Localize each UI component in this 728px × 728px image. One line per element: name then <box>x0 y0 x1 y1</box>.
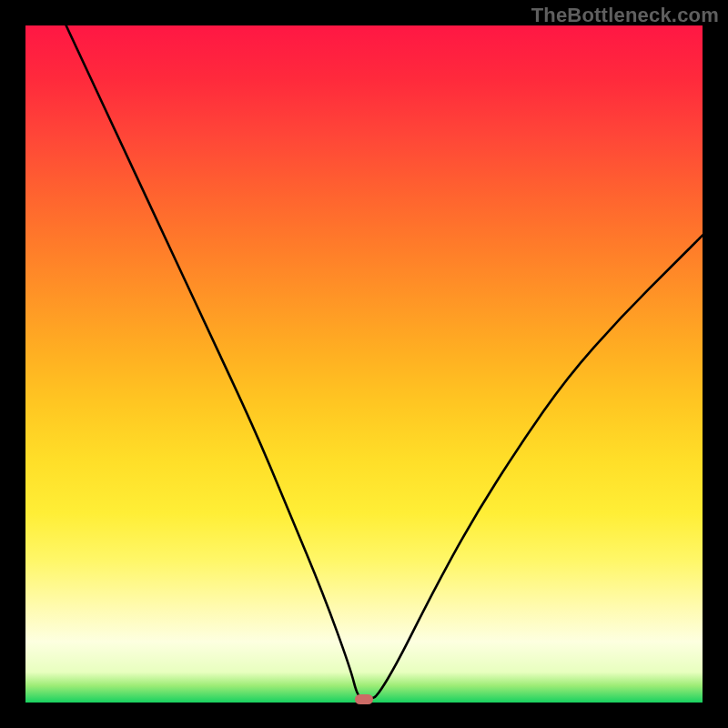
bottleneck-curve <box>25 25 703 703</box>
optimal-marker <box>355 694 373 704</box>
watermark-text: TheBottleneck.com <box>531 4 719 27</box>
plot-area <box>25 25 703 703</box>
chart-frame: TheBottleneck.com <box>0 0 728 728</box>
curve-path <box>66 25 703 699</box>
